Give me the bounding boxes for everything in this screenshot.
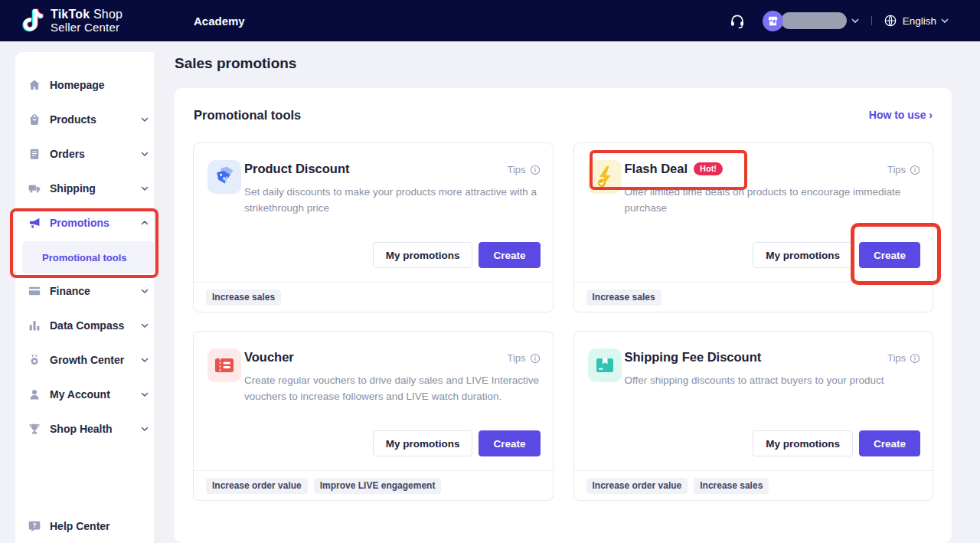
benefit-tag: Increase order value [586,478,688,494]
sidebar-item-label: My Account [50,388,110,401]
flash-deal-bolt-icon [588,160,622,194]
card-title-row: Flash DealHot! [625,162,724,176]
card-buttons: My promotionsCreate [373,242,541,268]
tips-label: Tips [507,164,525,175]
benefit-tag: Increase sales [694,478,769,494]
chevron-down-icon [140,424,149,433]
chevron-down-icon [140,149,149,159]
storefront-icon [766,15,779,28]
sidebar-item-label: Homepage [50,79,105,91]
create-button[interactable]: Create [479,242,540,268]
benefit-tag: Improve LIVE engagement [314,478,442,494]
sidebar-item-products[interactable]: Products [15,102,162,136]
globe-icon[interactable] [884,14,897,28]
tips-label: Tips [887,164,906,175]
card-product-discount: %Product DiscountTipsSet daily discounts… [193,142,554,312]
chevron-down-icon [140,355,149,365]
sidebar-item-data-compass[interactable]: Data Compass [15,308,162,342]
finance-card-icon [28,284,41,298]
tips-label: Tips [507,352,525,364]
header-right: English [729,0,949,41]
help-bubble-icon: ? [28,519,41,533]
sidebar-item-label: Data Compass [50,319,124,332]
card-voucher: VoucherTipsCreate regular vouchers to dr… [193,331,554,501]
sidebar-item-promotional-tools[interactable]: Promotional tools [22,241,155,273]
shipping-fee-box-icon [588,348,622,382]
sidebar-item-growth-center[interactable]: Growth Center [15,342,162,377]
card-title-row: Shipping Fee Discount [625,350,762,365]
sidebar-item-promotions[interactable]: Promotions [15,205,162,240]
sidebar-scrollbar[interactable] [154,52,162,543]
sidebar-item-label: Growth Center [50,354,124,366]
sidebar-item-homepage[interactable]: Homepage [15,67,162,102]
sidebar-item-label: Shipping [50,182,96,195]
info-circle-icon [910,353,920,364]
chevron-down-icon [140,286,149,296]
card-flash-deal: Flash DealHot!TipsOffer limited time dea… [573,142,934,312]
card-description: Create regular vouchers to drive daily s… [244,372,552,404]
card-buttons: My promotionsCreate [753,430,920,456]
card-description: Offer limited time deals on products to … [625,184,933,216]
logo-seller-center: Seller Center [51,21,122,34]
card-buttons: My promotionsCreate [753,242,920,268]
card-description: Set daily discounts to make your product… [244,184,552,216]
sidebar: HomepageProductsOrdersShippingPromotions… [15,52,162,543]
my-promotions-button[interactable]: My promotions [373,242,473,268]
my-promotions-button[interactable]: My promotions [373,430,473,456]
person-icon [28,388,41,401]
chevron-up-icon [140,218,149,227]
chevron-down-icon [140,321,149,330]
voucher-ticket-icon [207,348,241,382]
logo-tiktok: TikTok [51,8,90,21]
create-button[interactable]: Create [859,430,920,456]
bar-chart-icon [28,319,41,332]
create-button[interactable]: Create [859,242,920,268]
card-description: Offer shipping discounts to attract buye… [625,372,933,388]
nav-academy[interactable]: Academy [194,0,245,41]
tips-link[interactable]: Tips [507,352,540,364]
card-footer: Increase sales [574,282,933,312]
my-promotions-button[interactable]: My promotions [753,242,853,268]
account-name-redacted[interactable] [781,12,847,29]
shipping-truck-icon [28,182,41,195]
card-title-row: Voucher [244,350,294,365]
sidebar-item-shipping[interactable]: Shipping [15,171,162,205]
sidebar-item-my-account[interactable]: My Account [15,377,162,411]
tiktok-note-icon [21,8,44,34]
card-title: Voucher [244,350,294,365]
chevron-down-icon[interactable] [851,16,860,25]
tiktok-shop-logo[interactable]: TikTok Shop Seller Center [21,8,122,34]
card-title: Flash Deal [625,162,688,176]
cards-grid: %Product DiscountTipsSet daily discounts… [175,142,952,502]
top-header: TikTok Shop Seller Center Academy [0,0,980,41]
orders-doc-icon [28,147,41,161]
chevron-down-icon [140,184,149,193]
panel-title: Promotional tools [194,108,301,123]
sidebar-nav: HomepageProductsOrdersShippingPromotions… [15,52,162,446]
create-button[interactable]: Create [479,430,540,456]
sidebar-item-help-center[interactable]: ? Help Center [15,509,154,543]
panel-header: Promotional tools How to use › [175,88,952,142]
card-title-row: Product Discount [244,162,350,176]
card-title: Product Discount [244,162,350,176]
card-buttons: My promotionsCreate [373,430,541,456]
sidebar-item-orders[interactable]: Orders [15,136,162,171]
language-selector[interactable]: English [903,15,936,27]
sidebar-item-label: Shop Health [50,423,113,435]
card-footer: Increase order valueIncrease sales [574,470,933,500]
shop-avatar[interactable] [763,11,783,31]
tips-link[interactable]: Tips [507,164,540,175]
sidebar-item-finance[interactable]: Finance [15,273,162,308]
svg-text:?: ? [32,522,36,528]
sidebar-item-label: Products [50,113,96,126]
how-to-use-link[interactable]: How to use › [869,109,933,121]
sidebar-item-shop-health[interactable]: Shop Health [15,411,162,446]
sidebar-item-label: Finance [50,285,90,297]
tips-link[interactable]: Tips [887,164,920,175]
support-headset-icon[interactable] [729,12,746,29]
card-footer: Increase order valueImprove LIVE engagem… [194,470,553,500]
card-title: Shipping Fee Discount [625,350,762,365]
tips-link[interactable]: Tips [887,352,920,364]
my-promotions-button[interactable]: My promotions [753,430,853,456]
chevron-down-icon[interactable] [940,16,949,25]
